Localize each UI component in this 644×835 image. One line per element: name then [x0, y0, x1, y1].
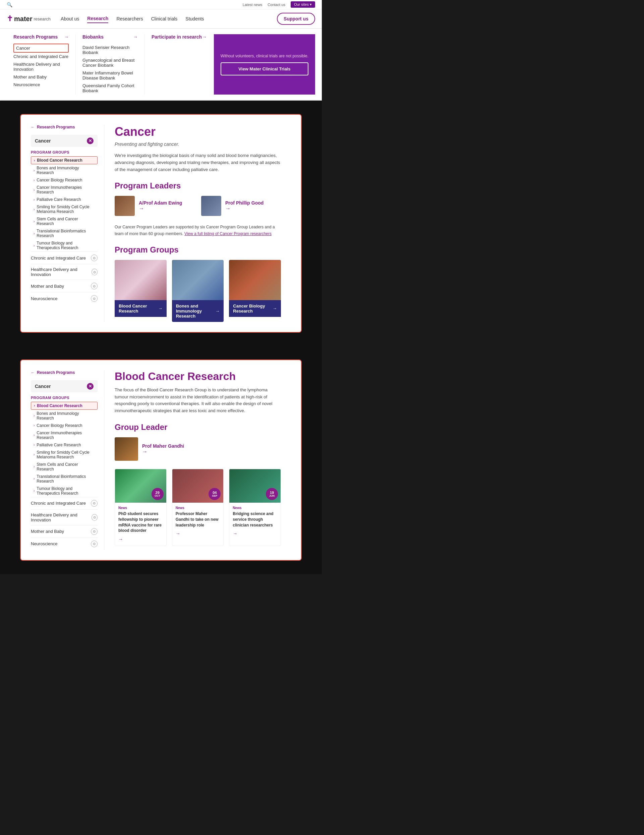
nav-students[interactable]: Students: [185, 15, 204, 23]
view-clinical-trials-button[interactable]: View Mater Clinical Trials: [221, 62, 308, 75]
blood-cancer-page-card: ← Research Programs Cancer ✕ Program Gro…: [20, 359, 302, 561]
bc-sidebar-group-smiddy-label: Smiling for Smiddy Cell Cycle Melanoma R…: [37, 450, 95, 460]
sidebar-group-blood-cancer[interactable]: › Blood Cancer Research: [31, 156, 97, 164]
program-group-card-bones[interactable]: Bones and Immunology Research →: [172, 260, 224, 322]
dropdown-biobanks-arrow[interactable]: →: [133, 34, 138, 39]
main-nav: About us Research Researchers Clinical t…: [61, 15, 204, 23]
sidebar-healthcare[interactable]: Healthcare Delivery and Innovation ⊙: [31, 264, 97, 280]
group-leader-info: Prof Maher Gandhi →: [142, 443, 184, 455]
bc-sidebar-healthcare[interactable]: Healthcare Delivery and Innovation ⊙: [31, 509, 97, 525]
cancer-back-link[interactable]: ← Research Programs: [31, 125, 97, 130]
news-arrow-3[interactable]: →: [233, 531, 237, 536]
bc-sidebar-group-immuno[interactable]: › Cancer Immunotherapies Research: [31, 429, 97, 441]
dropdown-item-cancer[interactable]: Cancer: [13, 44, 69, 53]
program-group-card-blood[interactable]: Blood Cancer Research →: [115, 260, 167, 322]
sidebar-mother[interactable]: Mother and Baby ⊙: [31, 280, 97, 292]
news-date-month-1: OCT: [154, 495, 160, 498]
logo[interactable]: ✝ mater research: [7, 15, 50, 23]
dropdown-item-mother[interactable]: Mother and Baby: [13, 73, 69, 81]
cancer-sidebar: ← Research Programs Cancer ✕ Program Gro…: [31, 125, 105, 322]
circle-chevron-icon: ⊙: [91, 514, 97, 521]
news-tag-1: News: [118, 506, 163, 510]
dropdown-item-chronic[interactable]: Chronic and Integrated Care: [13, 53, 69, 60]
circle-chevron-icon: ⊙: [91, 269, 97, 275]
sidebar-cancer-close-icon[interactable]: ✕: [87, 138, 94, 144]
dropdown-item-qld-family[interactable]: Queensland Family Cohort Biobank: [83, 82, 138, 94]
sidebar-cancer-item[interactable]: Cancer ✕: [31, 135, 97, 147]
sidebar-chronic[interactable]: Chronic and Integrated Care ⊙: [31, 252, 97, 264]
program-group-card-cancer-bio[interactable]: Cancer Biology Research →: [229, 260, 281, 322]
support-button[interactable]: Support us: [277, 13, 315, 25]
bc-sidebar-group-stem[interactable]: › Stem Cells and Cancer Research: [31, 461, 97, 473]
dropdown-item-neuro[interactable]: Neuroscience: [13, 81, 69, 89]
chevron-icon: ›: [34, 465, 34, 468]
site-header: ✝ mater research About us Research Resea…: [0, 10, 322, 29]
sidebar-group-palliative[interactable]: › Palliative Care Research: [31, 196, 97, 203]
circle-chevron-icon: ⊙: [91, 541, 97, 547]
bc-sidebar-group-palliative-label: Palliative Care Research: [37, 443, 81, 447]
dropdown-participate-header: Participate in research →: [151, 34, 207, 39]
view-full-listing-link[interactable]: View a full listing of Cancer Program re…: [184, 231, 271, 236]
leader-info-ewing: A/Prof Adam Ewing →: [139, 200, 182, 211]
bc-sidebar-group-bones[interactable]: › Bones and Immunology Research: [31, 410, 97, 422]
bc-sidebar-group-smiddy[interactable]: › Smiling for Smiddy Cell Cycle Melanoma…: [31, 449, 97, 461]
bc-sidebar-cancer-item[interactable]: Cancer ✕: [31, 380, 97, 392]
sidebar-group-immuno[interactable]: › Cancer Immunotherapies Research: [31, 184, 97, 196]
sidebar-group-cancer-bio-label: Cancer Biology Research: [37, 178, 82, 182]
bc-sidebar-neuroscience[interactable]: Neuroscience ⊙: [31, 538, 97, 550]
nav-clinical-trials[interactable]: Clinical trials: [151, 15, 178, 23]
nav-researchers[interactable]: Researchers: [116, 15, 143, 23]
news-card-body-1: News PhD student secures fellowship to p…: [115, 503, 166, 546]
group-leader-img: [115, 437, 138, 461]
chevron-icon: ›: [34, 433, 34, 437]
news-arrow-1[interactable]: →: [118, 536, 123, 542]
bc-sidebar-group-tumour[interactable]: › Tumour Biology and Therapeutics Resear…: [31, 485, 97, 497]
logo-cross-icon: ✝: [7, 15, 13, 23]
bc-back-arrow-icon: ←: [31, 370, 35, 375]
group-leader-section: Group Leader Prof Maher Gandhi →: [115, 422, 281, 461]
bc-sidebar-group-bioinformatics[interactable]: › Translational Bioinformatics Research: [31, 473, 97, 485]
news-arrow-2[interactable]: →: [176, 531, 180, 536]
news-img-wrap-3: 19 JUN: [229, 469, 281, 503]
sidebar-group-bioinformatics[interactable]: › Translational Bioinformatics Research: [31, 227, 97, 239]
dropdown-participate-arrow[interactable]: →: [202, 34, 207, 39]
bc-back-link[interactable]: ← Research Programs: [31, 370, 97, 375]
bc-sidebar-group-blood-cancer[interactable]: › Blood Cancer Research: [31, 402, 97, 410]
sidebar-group-bioinformatics-label: Translational Bioinformatics Research: [37, 229, 95, 238]
chevron-icon: ›: [34, 477, 34, 481]
sidebar-neuroscience[interactable]: Neuroscience ⊙: [31, 292, 97, 304]
bc-sidebar-group-palliative[interactable]: › Palliative Care Research: [31, 441, 97, 449]
bc-sidebar-group-cancer-bio[interactable]: › Cancer Biology Research: [31, 422, 97, 429]
dropdown-item-gynae[interactable]: Gynaecological and Breast Cancer Biobank: [83, 56, 138, 69]
sidebar-neuroscience-label: Neuroscience: [31, 296, 58, 301]
news-img-wrap-2: 04 SEP: [172, 469, 224, 503]
bc-sidebar-chronic[interactable]: Chronic and Integrated Care ⊙: [31, 497, 97, 509]
dropdown-item-mater-ibd[interactable]: Mater Inflammatory Bowel Disease Biobank: [83, 69, 138, 82]
bc-sidebar-mother-label: Mother and Baby: [31, 529, 64, 534]
nav-research[interactable]: Research: [87, 15, 108, 23]
sidebar-group-cancer-bio[interactable]: › Cancer Biology Research: [31, 176, 97, 184]
sidebar-group-bones[interactable]: › Bones and Immunology Research: [31, 164, 97, 176]
leader-arrow-ewing[interactable]: →: [139, 206, 182, 211]
bc-sidebar-mother[interactable]: Mother and Baby ⊙: [31, 525, 97, 538]
program-leaders-title: Program Leaders: [115, 181, 281, 190]
bc-sidebar-cancer-close-icon[interactable]: ✕: [87, 383, 94, 390]
our-sites-button[interactable]: Our sites ▾: [290, 2, 315, 8]
leader-arrow-good[interactable]: →: [225, 206, 263, 211]
dropdown-item-david[interactable]: David Serisier Research Biobank: [83, 44, 138, 56]
group-leader-arrow[interactable]: →: [142, 449, 184, 455]
sidebar-group-stem[interactable]: › Stem Cells and Cancer Research: [31, 215, 97, 227]
contact-us-link[interactable]: Contact us: [268, 3, 285, 7]
sidebar-chronic-label: Chronic and Integrated Care: [31, 255, 86, 261]
dropdown-item-healthcare[interactable]: Healthcare Delivery and Innovation: [13, 60, 69, 73]
cta-text: Without volunteers, clinical trials are …: [221, 54, 308, 58]
sidebar-group-tumour[interactable]: › Tumour Biology and Therapeutics Resear…: [31, 239, 97, 252]
leader-img-good: [201, 196, 221, 216]
sidebar-group-smiddy[interactable]: › Smiling for Smiddy Cell Cycle Melanoma…: [31, 203, 97, 215]
dropdown-research-arrow[interactable]: →: [64, 34, 69, 39]
news-date-day-3: 19: [270, 491, 274, 495]
search-icon[interactable]: 🔍: [7, 2, 12, 7]
blood-cancer-page-title: Blood Cancer Research: [115, 370, 281, 383]
nav-about-us[interactable]: About us: [61, 15, 79, 23]
latest-news-link[interactable]: Latest news: [243, 3, 263, 7]
